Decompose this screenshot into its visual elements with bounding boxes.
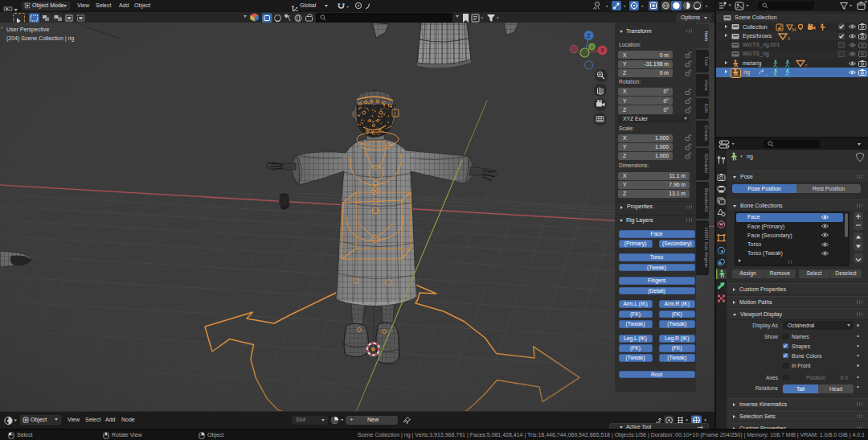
svg-text:54: 54	[792, 27, 796, 31]
svg-text:3: 3	[788, 35, 790, 40]
svg-text:→: →	[764, 72, 768, 76]
svg-text:Y: Y	[590, 45, 593, 50]
svg-text:7: 7	[805, 63, 808, 68]
svg-text:X: X	[600, 47, 604, 53]
svg-text:Z: Z	[587, 33, 591, 39]
